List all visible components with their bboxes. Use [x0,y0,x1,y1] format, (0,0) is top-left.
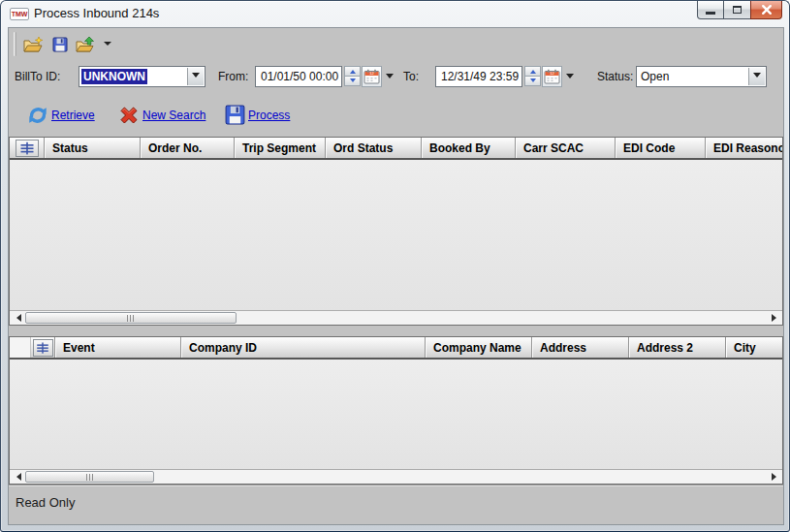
column-header-ord-status[interactable]: Ord Status [326,138,422,158]
scroll-right-button[interactable] [769,470,782,484]
scroll-left-button[interactable] [10,311,23,325]
toolbar-grip[interactable] [14,32,16,56]
status-dropdown-button[interactable] [748,68,765,85]
row-indent-cell [10,337,31,358]
orders-grid-body[interactable] [10,160,782,310]
svg-text:12: 12 [550,71,554,76]
grip-dots-icon [86,474,94,481]
field-chooser-button[interactable] [16,140,39,157]
to-calendar-button[interactable]: 12 [542,66,562,87]
export-folder-icon [76,36,96,53]
save-disk-icon [224,104,246,126]
events-grid-hscrollbar[interactable] [10,469,782,484]
title-bar[interactable]: TMW Process Inbound 214s [1,1,789,27]
process-label: Process [248,109,290,122]
triangle-down-icon [350,78,356,85]
new-search-button[interactable]: New Search [117,104,205,127]
column-header-booked-by[interactable]: Booked By [422,138,516,158]
column-chooser-cell [31,337,55,358]
scroll-left-button[interactable] [10,470,23,484]
filter-bar: BillTo ID: UNKNOWN From: 01/01/50 00:00 … [9,65,783,92]
column-header-edi-reasoncode[interactable]: EDI Reasoncode [706,138,782,158]
svg-text:12: 12 [369,71,374,76]
close-icon [761,4,773,16]
column-chooser-cell [10,138,45,158]
chevron-down-icon [753,73,761,81]
close-button[interactable] [750,1,782,19]
column-header-company-id[interactable]: Company ID [181,337,426,358]
to-date-spinner [524,66,541,87]
status-combobox[interactable]: Open [636,66,767,87]
status-bar: Read Only [9,485,783,524]
minimize-icon [706,12,715,15]
new-folder-icon [23,37,44,53]
billto-combobox[interactable]: UNKNOWN [79,66,205,87]
column-header-address[interactable]: Address [532,337,629,358]
orders-grid-hscrollbar[interactable] [10,310,782,325]
to-label: To: [403,70,419,83]
billto-dropdown-button[interactable] [187,68,204,85]
cancel-x-icon [117,104,141,127]
to-date-input[interactable]: 12/31/49 23:59 [435,66,522,87]
billto-label: BillTo ID: [15,70,60,83]
column-header-city[interactable]: City [726,337,782,358]
restore-button[interactable] [723,1,751,19]
triangle-left-icon [13,473,21,481]
process-button[interactable]: Process [224,104,290,126]
scroll-right-button[interactable] [769,311,782,325]
from-calendar-dropdown-arrow[interactable] [386,74,394,82]
restore-icon [733,6,742,14]
new-search-label: New Search [142,109,205,122]
events-grid: EventCompany IDCompany NameAddressAddres… [9,336,783,485]
triangle-up-icon [350,67,356,74]
scrollbar-thumb[interactable] [25,312,237,324]
triangle-up-icon [530,67,536,74]
from-calendar-button[interactable]: 12 [362,66,382,87]
chevron-down-icon [192,73,200,81]
retrieve-button[interactable]: Retrieve [26,104,95,127]
window: TMW Process Inbound 214s [0,0,790,532]
app-icon: TMW [10,8,29,20]
new-button[interactable] [20,32,46,57]
orders-grid-header: StatusOrder No.Trip SegmentOrd StatusBoo… [10,138,782,160]
spin-down-button[interactable] [524,76,541,86]
field-chooser-button[interactable] [33,339,53,357]
save-icon [51,36,69,53]
column-header-edi-code[interactable]: EDI Code [616,138,706,158]
events-grid-header: EventCompany IDCompany NameAddressAddres… [10,337,782,360]
minimize-button[interactable] [697,1,724,19]
grip-dots-icon [127,315,135,322]
from-date-input[interactable]: 01/01/50 00:00 [255,66,342,87]
retrieve-label: Retrieve [51,109,95,122]
toolbar [9,28,783,60]
column-header-carr-scac[interactable]: Carr SCAC [516,138,616,158]
to-calendar-dropdown-arrow[interactable] [566,74,574,82]
field-chooser-icon [18,141,36,155]
column-header-order-no-[interactable]: Order No. [141,138,235,158]
column-header-event[interactable]: Event [55,337,181,358]
calendar-icon: 12 [544,69,560,84]
spin-down-button[interactable] [344,76,361,86]
refresh-icon [26,104,49,127]
status-text: Read Only [16,495,75,510]
column-header-company-name[interactable]: Company Name [426,337,532,358]
field-chooser-icon [35,341,50,355]
from-label: From: [218,70,248,83]
from-date-spinner [344,66,361,87]
toolbar-overflow-arrow[interactable] [104,42,111,49]
export-button[interactable] [73,32,98,57]
save-button[interactable] [47,32,73,57]
billto-value: UNKNOWN [81,69,147,84]
triangle-left-icon [13,314,21,322]
triangle-right-icon [772,314,780,322]
events-grid-body[interactable] [10,360,782,469]
triangle-down-icon [530,78,536,85]
column-header-address-2[interactable]: Address 2 [629,337,726,358]
column-header-status[interactable]: Status [45,138,141,158]
scrollbar-thumb[interactable] [25,471,154,483]
column-header-trip-segment[interactable]: Trip Segment [235,138,326,158]
status-label: Status: [597,70,633,83]
status-value: Open [639,69,671,84]
window-title: Process Inbound 214s [34,6,159,20]
triangle-right-icon [772,473,780,481]
